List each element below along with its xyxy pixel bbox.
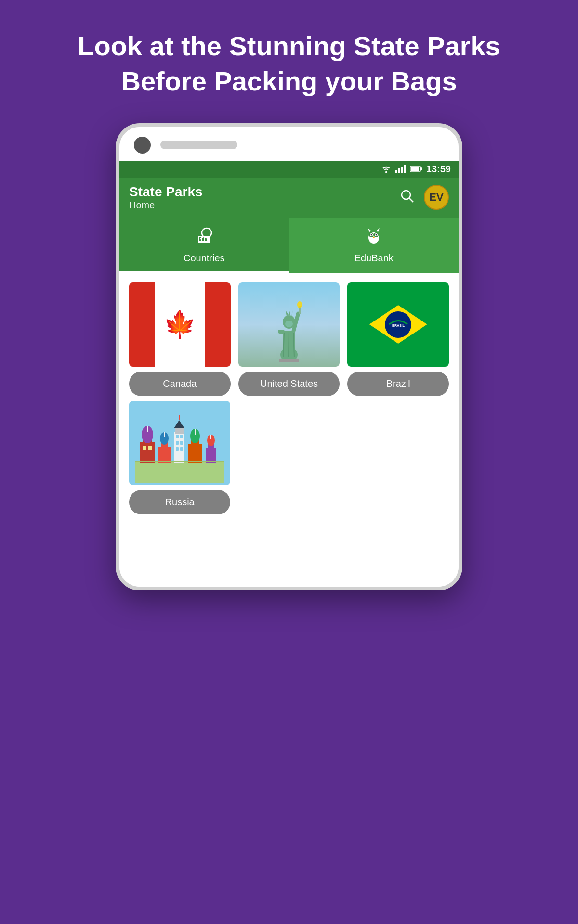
edubank-tab-icon	[364, 225, 384, 250]
tab-countries-label: Countries	[184, 253, 225, 264]
usa-image	[238, 282, 340, 367]
svg-line-28	[289, 332, 289, 357]
header-actions: EV	[400, 185, 449, 210]
tab-countries[interactable]: Countries	[119, 218, 289, 273]
signal-icon	[395, 165, 406, 173]
svg-rect-56	[175, 428, 184, 434]
brazil-flag: BRASIL	[347, 282, 449, 367]
tab-bar: Countries	[119, 218, 459, 273]
svg-rect-40	[279, 359, 299, 362]
svg-rect-58	[179, 415, 180, 420]
russia-button[interactable]: Russia	[129, 490, 230, 514]
bottom-space	[129, 519, 449, 577]
phone-frame: 13:59 State Parks Home EV	[116, 123, 462, 590]
countries-tab-icon	[194, 225, 214, 250]
app-title: State Parks	[129, 184, 203, 200]
svg-rect-6	[410, 167, 419, 171]
app-header: State Parks Home EV	[119, 178, 459, 218]
status-icons: 13:59	[381, 164, 451, 175]
app-logo[interactable]: EV	[424, 185, 449, 210]
svg-rect-5	[420, 167, 422, 170]
svg-rect-72	[210, 435, 211, 439]
svg-point-7	[402, 191, 410, 199]
search-button[interactable]	[400, 189, 414, 206]
canada-left	[129, 282, 155, 367]
svg-rect-11	[202, 237, 204, 241]
tab-edubank[interactable]: EduBank	[289, 218, 459, 273]
brazil-diamond: BRASIL	[369, 305, 427, 344]
russia-skyline	[129, 401, 230, 485]
svg-rect-54	[164, 432, 165, 437]
battery-icon	[410, 166, 422, 172]
svg-point-22	[371, 234, 372, 235]
svg-line-8	[409, 198, 413, 202]
search-icon	[400, 189, 414, 203]
svg-rect-60	[180, 435, 183, 438]
page-headline: Look at the Stunning State Parks Before …	[0, 0, 578, 123]
svg-rect-48	[147, 426, 148, 432]
svg-rect-3	[404, 165, 406, 173]
app-screen: 13:59 State Parks Home EV	[119, 161, 459, 587]
brazil-circle: BRASIL	[385, 311, 411, 338]
usa-button[interactable]: United States	[238, 372, 340, 396]
russia-image	[129, 401, 230, 485]
svg-marker-36	[289, 309, 290, 315]
svg-rect-51	[158, 447, 171, 463]
svg-rect-68	[195, 429, 196, 435]
svg-rect-63	[176, 447, 179, 451]
brazil-button[interactable]: Brazil	[347, 372, 449, 396]
svg-point-38	[285, 321, 293, 327]
svg-point-23	[376, 234, 377, 235]
country-card-russia[interactable]: Russia	[129, 401, 230, 514]
phone-speaker	[160, 141, 237, 149]
svg-point-32	[297, 301, 302, 308]
svg-marker-37	[291, 310, 293, 316]
country-card-usa[interactable]: United States	[238, 282, 340, 396]
svg-marker-16	[368, 228, 371, 232]
content-area: 🍁 Canada	[119, 273, 459, 587]
svg-marker-17	[376, 228, 380, 232]
brazil-image: BRASIL	[347, 282, 449, 367]
wifi-icon	[381, 165, 392, 173]
svg-rect-2	[401, 167, 403, 173]
svg-rect-1	[398, 168, 400, 173]
svg-rect-59	[176, 435, 179, 438]
tab-edubank-label: EduBank	[355, 253, 394, 264]
canada-button[interactable]: Canada	[129, 372, 231, 396]
phone-top-bar	[119, 127, 459, 161]
country-card-canada[interactable]: 🍁 Canada	[129, 282, 231, 396]
svg-rect-50	[148, 446, 152, 450]
canada-center: 🍁	[155, 282, 205, 367]
app-subtitle: Home	[129, 200, 203, 211]
svg-rect-62	[180, 441, 183, 445]
svg-rect-73	[135, 461, 224, 462]
svg-rect-61	[176, 441, 179, 445]
svg-rect-65	[188, 444, 202, 463]
status-bar: 13:59	[119, 161, 459, 178]
svg-rect-45	[140, 442, 155, 463]
country-card-brazil[interactable]: BRASIL Brazil	[347, 282, 449, 396]
svg-rect-64	[180, 447, 183, 451]
status-time: 13:59	[426, 164, 451, 175]
country-row-1: 🍁 Canada	[129, 282, 449, 396]
svg-rect-44	[135, 461, 224, 483]
usa-statue	[238, 282, 340, 367]
country-row-2: Russia	[129, 401, 449, 514]
svg-rect-0	[395, 170, 397, 173]
canada-image: 🍁	[129, 282, 231, 367]
app-title-block: State Parks Home	[129, 184, 203, 211]
canada-right	[205, 282, 231, 367]
svg-rect-49	[143, 446, 146, 450]
svg-text:BRASIL: BRASIL	[392, 324, 405, 327]
canada-flag: 🍁	[129, 282, 231, 367]
phone-camera	[134, 137, 151, 154]
svg-rect-33	[278, 330, 285, 334]
